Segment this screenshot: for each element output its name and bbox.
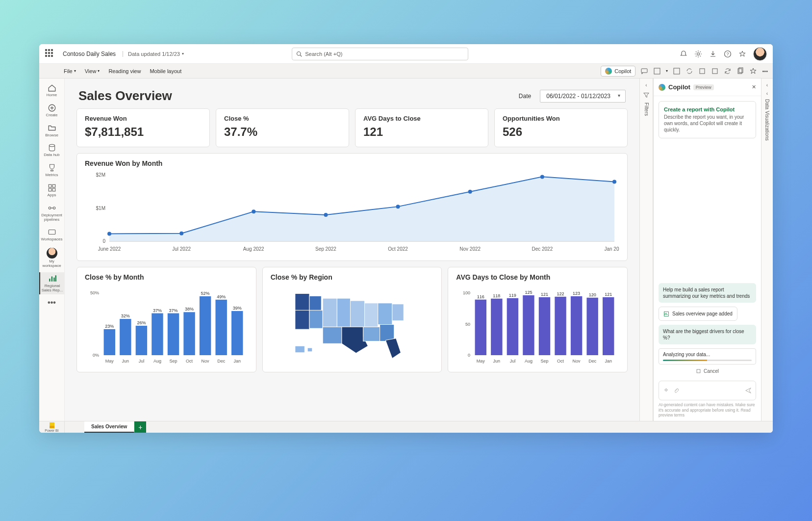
help-icon[interactable]: ? bbox=[724, 50, 732, 58]
data-updated-label[interactable]: Data updated 1/12/23 ▾ bbox=[123, 51, 184, 57]
svg-text:37%: 37% bbox=[153, 308, 162, 313]
date-filter: Date 06/01/2022 - 01/12/2023 bbox=[519, 90, 626, 103]
svg-point-27 bbox=[252, 209, 255, 213]
kpi-revenue-won[interactable]: Revenue Won $7,811,851 bbox=[76, 108, 210, 147]
nav-home[interactable]: Home bbox=[39, 81, 64, 100]
comment-icon[interactable] bbox=[640, 67, 648, 75]
kpi-close-pct[interactable]: Close % 37.7% bbox=[216, 108, 349, 147]
reading-view-button[interactable]: Reading view bbox=[108, 68, 141, 74]
mobile-layout-button[interactable]: Mobile layout bbox=[150, 68, 181, 74]
svg-point-26 bbox=[179, 232, 183, 235]
svg-text:Oct 2022: Oct 2022 bbox=[388, 246, 408, 252]
share-icon[interactable] bbox=[711, 67, 719, 75]
svg-text:121: 121 bbox=[605, 292, 612, 297]
download-icon[interactable] bbox=[709, 50, 717, 58]
copilot-input[interactable] bbox=[659, 381, 756, 400]
page-header: Sales Overview Date 06/01/2022 - 01/12/2… bbox=[76, 85, 628, 108]
svg-point-28 bbox=[324, 213, 328, 217]
chevron-left-icon[interactable]: ‹ bbox=[766, 91, 768, 96]
svg-text:52%: 52% bbox=[201, 291, 210, 296]
kpi-label: AVG Days to Close bbox=[363, 115, 480, 122]
svg-rect-77 bbox=[364, 303, 378, 327]
attach-icon[interactable] bbox=[673, 388, 680, 394]
copy-icon[interactable] bbox=[736, 67, 744, 75]
nav-workspaces[interactable]: Workspaces bbox=[39, 226, 64, 244]
favorite-icon[interactable] bbox=[749, 67, 757, 75]
chart-title: Close % by Month bbox=[85, 273, 248, 281]
chart-avg-days-month[interactable]: AVG Days to Close by Month 050100116May1… bbox=[448, 267, 628, 372]
nav-label: Create bbox=[46, 113, 57, 118]
refresh-icon[interactable] bbox=[724, 67, 732, 75]
svg-text:123: 123 bbox=[573, 291, 580, 296]
cancel-button[interactable]: Cancel bbox=[659, 368, 756, 374]
svg-text:0: 0 bbox=[102, 238, 105, 244]
workspace-icon bbox=[48, 228, 56, 236]
nav-label: Home bbox=[47, 93, 57, 98]
nav-pipelines[interactable]: Deployment pipelines bbox=[39, 202, 64, 224]
svg-text:Jan 2023: Jan 2023 bbox=[604, 246, 619, 252]
nav-create[interactable]: Create bbox=[39, 102, 64, 120]
settings-icon[interactable] bbox=[694, 50, 702, 58]
chart-close-pct-region[interactable]: Close % by Region bbox=[262, 267, 442, 372]
copilot-suggestion-card[interactable]: Create a report with Copilot Describe th… bbox=[659, 101, 756, 138]
charts-row: Close % by Month 0%50%23%May32%Jun26%Jul… bbox=[76, 267, 628, 372]
avatar-icon bbox=[47, 248, 57, 259]
svg-text:0%: 0% bbox=[93, 353, 99, 358]
svg-text:Jul: Jul bbox=[510, 359, 516, 364]
search-input[interactable]: Search (Alt +Q) bbox=[292, 48, 468, 60]
tab-sales-overview[interactable]: Sales Overview bbox=[84, 421, 134, 433]
powerbi-icon bbox=[50, 422, 54, 428]
svg-rect-52 bbox=[152, 313, 163, 355]
copilot-button[interactable]: Copilot bbox=[601, 66, 635, 77]
pipeline-icon bbox=[48, 204, 56, 212]
svg-text:32%: 32% bbox=[121, 313, 130, 318]
app-launcher-icon[interactable] bbox=[45, 49, 55, 59]
date-range-dropdown[interactable]: 06/01/2022 - 01/12/2023 bbox=[540, 90, 626, 103]
nav-my-workspace[interactable]: My workspace bbox=[39, 246, 64, 270]
file-menu[interactable]: File▾ bbox=[64, 68, 76, 74]
bookmark-icon[interactable] bbox=[653, 67, 661, 75]
notifications-icon[interactable] bbox=[680, 50, 687, 58]
svg-text:Aug: Aug bbox=[153, 359, 161, 364]
nav-more[interactable]: ••• bbox=[39, 296, 64, 309]
app-window: Contoso Daily Sales Data updated 1/12/23… bbox=[39, 44, 773, 433]
svg-text:Aug 2022: Aug 2022 bbox=[243, 246, 264, 252]
nav-regional-report[interactable]: Regional Sales Rep... bbox=[39, 272, 64, 295]
feedback-icon[interactable] bbox=[738, 50, 746, 58]
data-viz-label: Data Visualizations bbox=[764, 99, 770, 141]
filters-rail[interactable]: ‹ Filters bbox=[639, 78, 653, 421]
user-avatar[interactable] bbox=[753, 47, 767, 61]
kpi-avg-days[interactable]: AVG Days to Close 121 bbox=[355, 108, 488, 147]
svg-rect-76 bbox=[350, 301, 364, 327]
add-page-button[interactable]: + bbox=[134, 421, 146, 433]
close-icon[interactable]: ✕ bbox=[752, 84, 756, 90]
chart-close-pct-month[interactable]: Close % by Month 0%50%23%May32%Jun26%Jul… bbox=[76, 267, 256, 372]
nav-data-hub[interactable]: Data hub bbox=[39, 141, 64, 159]
chevron-left-icon[interactable]: ‹ bbox=[645, 82, 647, 88]
svg-rect-88 bbox=[475, 300, 486, 355]
nav-metrics[interactable]: Metrics bbox=[39, 161, 64, 180]
send-icon[interactable] bbox=[745, 387, 752, 394]
svg-point-32 bbox=[612, 180, 616, 184]
bar-chart-svg: 050100116May118Jun119Jul125Aug121Sep122O… bbox=[456, 284, 619, 365]
copilot-icon bbox=[605, 68, 612, 75]
export-icon[interactable] bbox=[698, 67, 706, 75]
svg-rect-91 bbox=[491, 299, 502, 355]
view-menu[interactable]: View▾ bbox=[85, 68, 100, 74]
nav-browse[interactable]: Browse bbox=[39, 122, 64, 140]
nav-apps[interactable]: Apps bbox=[39, 182, 64, 200]
system-message: Sales overview page added bbox=[659, 307, 737, 321]
view-icon[interactable] bbox=[673, 67, 681, 75]
sparkle-icon[interactable] bbox=[663, 388, 669, 394]
svg-rect-58 bbox=[183, 312, 195, 355]
kpi-opportunities[interactable]: Opportunities Won 526 bbox=[494, 108, 628, 147]
data-updated-text: Data updated 1/12/23 bbox=[128, 51, 180, 57]
data-viz-rail[interactable]: ‹ ‹ Data Visualizations bbox=[761, 78, 773, 421]
chevron-left-icon[interactable]: ‹ bbox=[766, 82, 768, 88]
left-nav: Home Create Browse Data hub Metrics Apps bbox=[39, 78, 65, 421]
topbar-actions: ? bbox=[680, 47, 767, 61]
chart-revenue-by-month[interactable]: Revenue Won by Month 0$1M$2MJune 2022Jul… bbox=[76, 153, 628, 261]
svg-text:38%: 38% bbox=[185, 307, 194, 312]
sync-icon[interactable] bbox=[685, 67, 693, 75]
more-icon[interactable]: ••• bbox=[762, 68, 768, 74]
